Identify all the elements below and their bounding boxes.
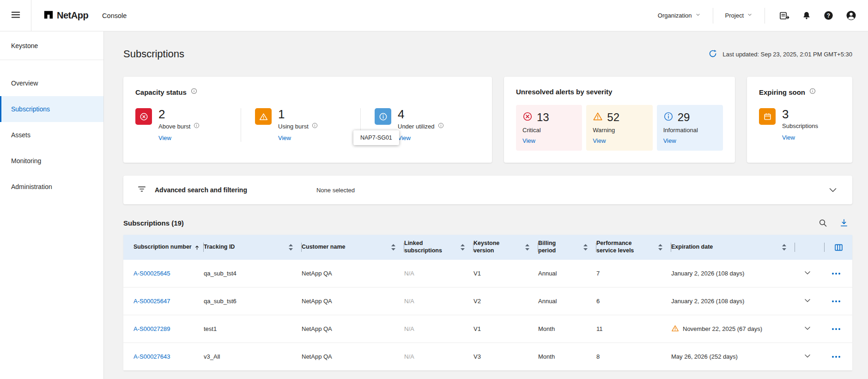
column-header-billing-period[interactable]: Billing period [538,235,596,260]
metric-label: Using burst [278,123,309,130]
view-link[interactable]: View [398,134,411,141]
row-expand-button[interactable] [795,323,825,335]
table-header-row: Subscriptions (19) [123,218,852,227]
table-row: A-S00027289 test1 NetApp QA N/A V1 Month… [123,315,852,343]
alert-label: Critical [522,127,576,134]
column-header-customer-name[interactable]: Customer name [302,235,404,260]
sidebar-item-administration[interactable]: Administration [0,174,103,200]
main-content: Subscriptions Last updated: Sep 23, 2025… [104,31,868,379]
column-header-tracking-id[interactable]: Tracking ID [204,235,302,260]
alert-count: 29 [678,111,690,124]
view-link[interactable]: View [593,137,606,144]
page-title: Subscriptions [123,48,184,60]
linked-subscriptions-cell: N/A [404,270,473,277]
brand: NetApp Console [43,10,127,22]
info-icon[interactable] [312,122,318,130]
linked-subscriptions-cell: N/A [404,325,473,332]
info-icon[interactable] [438,122,444,130]
alerts-card-title: Unresolved alerts by severity [516,88,723,96]
topbar-icons: ? [779,10,857,21]
topbar-right: Organization Project ? [646,8,868,24]
app-name: Console [102,12,127,19]
advanced-search-bar: Advanced search and filtering None selec… [123,176,852,204]
sidebar-item-label: Administration [11,183,52,190]
info-icon[interactable] [191,88,197,96]
performance-service-levels-cell: 6 [596,298,671,305]
info-circle-icon [375,108,391,125]
console-switcher-icon[interactable] [779,10,790,21]
organization-dropdown[interactable]: Organization [646,12,713,19]
column-header-expiration-date[interactable]: Expiration date [671,235,795,260]
topbar: NetApp Console Organization Project [0,0,868,31]
subscription-number-link[interactable]: A-S00027289 [123,325,204,332]
sort-icon [782,244,786,251]
view-link[interactable]: View [158,134,171,141]
expiration-date-cell: November 22, 2025 (67 days) [671,324,795,334]
sidebar-item-overview[interactable]: Overview [0,70,103,96]
alerts-card: Unresolved alerts by severity 13 Critica… [504,77,735,163]
billing-period-cell: Annual [538,270,596,277]
search-icon[interactable] [818,218,827,227]
metric-value: 1 [278,108,318,120]
info-icon[interactable] [194,122,200,130]
chevron-down-icon [802,295,813,307]
view-link[interactable]: View [782,134,795,141]
metric-label: Under utilized [398,123,435,130]
account-icon[interactable] [845,10,857,21]
linked-subscriptions-cell: N/A [404,353,473,360]
capacity-status-card: Capacity status 2 Above burst [123,77,492,163]
customer-name-cell: NetApp QA [302,325,404,332]
keystone-version-cell: V1 [473,325,538,332]
row-actions-button[interactable] [825,328,852,330]
chevron-down-icon [802,323,813,335]
subscription-number-link[interactable]: A-S00027643 [123,353,204,360]
info-icon[interactable] [809,88,816,96]
download-icon[interactable] [839,218,849,227]
alert-label: Warning [593,127,646,134]
row-actions-button[interactable] [825,356,852,358]
sidebar-item-monitoring[interactable]: Monitoring [0,148,103,174]
subscription-number-link[interactable]: A-S00025645 [123,270,204,277]
ellipsis-icon [832,273,840,275]
chevron-down-icon [695,12,701,19]
sidebar-item-assets[interactable]: Assets [0,122,103,148]
row-expand-button[interactable] [795,268,825,279]
table-row: A-S00025645 qa_sub_tst4 NetApp QA N/A V1… [123,260,852,287]
linked-subscriptions-cell: N/A [404,298,473,305]
column-settings-icon[interactable] [825,235,852,260]
expiration-date-cell: January 2, 2026 (108 days) [671,270,795,277]
subscription-number-link[interactable]: A-S00025647 [123,298,204,305]
expiring-card-title: Expiring soon [759,88,805,96]
sidebar-item-label: Subscriptions [11,105,50,113]
chevron-down-icon [747,12,753,19]
bell-icon[interactable] [801,11,812,21]
ellipsis-icon [832,300,840,302]
performance-service-levels-cell: 8 [596,353,671,360]
column-header-performance-service-levels[interactable]: Performance service levels [596,235,671,260]
sidebar-item-subscriptions[interactable]: Subscriptions [0,96,103,122]
view-link[interactable]: View [522,137,535,144]
sort-icon [658,244,662,251]
filter-bar-title: Advanced search and filtering [155,186,247,194]
chevron-down-icon[interactable] [827,184,838,196]
row-actions-button[interactable] [825,273,852,275]
summary-cards: Capacity status 2 Above burst [123,77,852,163]
alert-panel-critical: 13 Critical View [516,105,582,151]
warning-triangle-icon [593,111,603,123]
view-link[interactable]: View [278,134,291,141]
tracking-id-cell: test1 [204,325,302,332]
row-expand-button[interactable] [795,351,825,362]
column-header-keystone-version[interactable]: Keystone version [473,235,538,260]
refresh-icon[interactable] [708,49,717,60]
sidebar: Keystone Overview Subscriptions Assets M… [0,31,104,379]
view-link[interactable]: View [663,137,676,144]
column-header-subscription-number[interactable]: Subscription number [123,235,204,260]
project-label: Project [725,12,744,19]
billing-period-cell: Month [538,325,596,332]
hamburger-button[interactable] [0,0,31,31]
row-actions-button[interactable] [825,300,852,302]
column-header-linked-subscriptions[interactable]: Linked subscriptions [404,235,473,260]
row-expand-button[interactable] [795,295,825,307]
project-dropdown[interactable]: Project [713,12,765,19]
help-icon[interactable]: ? [823,10,834,21]
